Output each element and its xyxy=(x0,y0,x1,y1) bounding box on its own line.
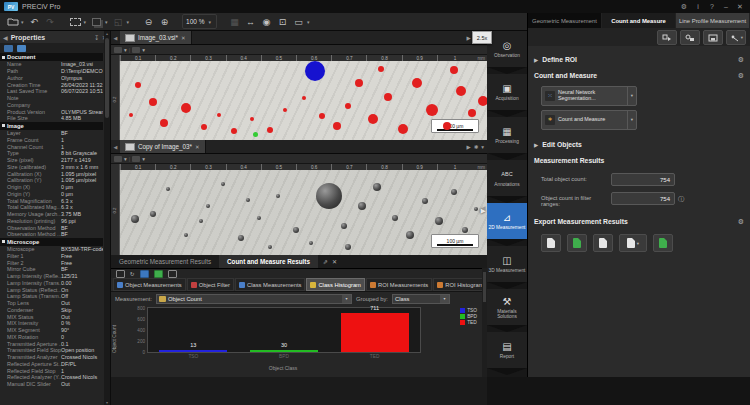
subtab-roi-measurements[interactable]: ROI Measurements xyxy=(366,278,432,291)
expand-icon[interactable]: ▶ xyxy=(534,57,538,63)
dropdown-arrow-icon[interactable]: ▾ xyxy=(342,295,351,303)
open-button[interactable] xyxy=(5,15,20,29)
export-options-button[interactable]: ▾ xyxy=(619,234,647,252)
neural-network-segmentation-button[interactable]: ⁙ Neural Network Segmentation... ▾ xyxy=(541,86,637,106)
minimize-button[interactable]: – xyxy=(719,1,733,12)
export-gear-icon[interactable]: ⚙ xyxy=(738,218,744,226)
property-section-header[interactable]: Document xyxy=(0,53,103,61)
viewer2-tab[interactable]: Copy of Image_03* ✕ xyxy=(120,140,206,153)
overlay-chevron-icon[interactable]: ▾ xyxy=(142,47,145,53)
overlay-icon[interactable] xyxy=(132,156,140,162)
export-table-icon[interactable] xyxy=(140,270,149,278)
subtab-object-measurements[interactable]: Object Measurements xyxy=(113,278,186,291)
subtab-object-filter[interactable]: Object Filter xyxy=(187,278,234,291)
tab-geometric-results[interactable]: Geometric Measurement Results xyxy=(111,255,219,268)
tab-close-icon[interactable]: ✕ xyxy=(195,144,200,150)
property-section-header[interactable]: Image xyxy=(0,122,103,130)
subtab-class-histogram[interactable]: Class Histogram xyxy=(306,278,365,291)
display-settings-button[interactable]: ▭ xyxy=(291,15,306,29)
viewer-next-icon[interactable]: ▶ xyxy=(466,144,470,150)
subtab-roi-histogram[interactable]: ROI Histogram xyxy=(433,278,487,291)
tab-line-profile-measurement[interactable]: Line Profile Measurement xyxy=(676,13,750,28)
count-measure-gear-icon[interactable]: ⚙ xyxy=(738,72,744,80)
actual-size-button[interactable]: ◉ xyxy=(259,15,274,29)
strip-collapse-icon[interactable]: ◀ xyxy=(481,204,486,211)
help-icon[interactable]: ? xyxy=(705,1,719,12)
tab-close-icon[interactable]: ✕ xyxy=(181,35,186,41)
side-tab-report[interactable]: ▤Report xyxy=(487,332,527,368)
tab-geometric-measurement[interactable]: Geometric Measurement xyxy=(528,13,602,28)
layer-chevron-icon[interactable]: ▾ xyxy=(124,47,127,53)
viewer-next-icon[interactable]: ▶ xyxy=(466,35,470,41)
side-tab-meas2d[interactable]: ⊿2D Measurement xyxy=(487,203,527,239)
side-tab-acquisition[interactable]: ▣Acquisition xyxy=(487,74,527,110)
dropdown-arrow-icon[interactable]: ▾ xyxy=(440,295,449,303)
edit-objects-section[interactable]: ▶ Edit Objects xyxy=(534,138,744,151)
select-chevron-icon[interactable]: ▾ xyxy=(84,19,87,25)
viewer-menu-icon[interactable]: ▾ xyxy=(481,144,484,150)
scroll-up-icon[interactable]: ▴ xyxy=(104,31,110,36)
close-button[interactable]: ✕ xyxy=(733,1,747,12)
nn-chevron-icon[interactable]: ▾ xyxy=(627,87,633,105)
copy-results-icon[interactable] xyxy=(168,270,177,278)
expand-icon[interactable]: ▶ xyxy=(534,142,538,148)
refresh-icon[interactable]: ↻ xyxy=(130,271,135,277)
subtab-class-measurements[interactable]: Class Measurements xyxy=(235,278,305,291)
undo-button[interactable]: ↶ xyxy=(27,15,42,29)
export-chevron-icon[interactable]: ▾ xyxy=(637,241,639,246)
side-tab-materials[interactable]: ⚒Materials Solutions xyxy=(487,289,527,325)
zoom-in-button[interactable]: ⊕ xyxy=(157,15,172,29)
cm-chevron-icon[interactable]: ▾ xyxy=(627,111,633,129)
specimen-image-2[interactable]: 100 µm ▶ xyxy=(120,170,487,255)
layer-icon[interactable] xyxy=(114,156,122,162)
select-all-icon[interactable] xyxy=(116,270,125,278)
float-panel-icon[interactable]: ⇗ xyxy=(323,258,328,265)
count-and-measure-button[interactable]: ∗ Count and Measure ▾ xyxy=(541,110,637,130)
fit-width-button[interactable]: ↔ xyxy=(243,15,258,29)
excel-export-icon[interactable] xyxy=(154,270,163,278)
zoom-out-button[interactable]: ⊖ xyxy=(141,15,156,29)
zoom-level-select[interactable]: 100 % ▾ xyxy=(182,14,217,29)
layer-chevron-icon[interactable]: ▾ xyxy=(124,156,127,162)
measurement-select[interactable]: Object Count ▾ xyxy=(156,294,352,304)
transform-chevron-icon[interactable]: ▾ xyxy=(127,19,130,25)
save-settings-button[interactable] xyxy=(703,30,723,45)
options-chevron-icon[interactable]: ▾ xyxy=(741,35,743,40)
open-in-excel-button[interactable] xyxy=(653,234,673,252)
properties-view-icon[interactable] xyxy=(4,45,13,52)
tab-scroll-left-icon[interactable]: ◀ xyxy=(111,31,120,44)
viewer1-tab[interactable]: Image_03.vsi* ✕ xyxy=(120,31,192,44)
layer-icon[interactable] xyxy=(114,47,122,53)
info-icon[interactable]: i xyxy=(691,1,705,12)
info-icon[interactable]: ⓘ xyxy=(678,192,684,204)
export-to-file-button[interactable] xyxy=(541,234,561,252)
transform-tool-button[interactable]: ◱ xyxy=(111,15,126,29)
overlay-chevron-icon[interactable]: ▾ xyxy=(142,156,145,162)
grouped-by-select[interactable]: Class ▾ xyxy=(392,294,450,304)
properties-scrollbar[interactable]: ▴ ▾ xyxy=(104,31,110,405)
specimen-image-1[interactable]: 100 µm xyxy=(120,61,487,140)
auto-options-button[interactable]: ▾ xyxy=(726,30,746,45)
side-tab-annotations[interactable]: ABCAnnotations xyxy=(487,160,527,196)
tab-count-measure-results[interactable]: Count and Measure Results xyxy=(219,255,318,268)
collapse-left-icon[interactable]: ◀ xyxy=(3,34,8,41)
export-to-report-button[interactable] xyxy=(593,234,613,252)
side-tab-observation[interactable]: ◎Observation xyxy=(487,31,527,67)
tab-count-and-measure[interactable]: Count and Measure xyxy=(602,13,676,28)
define-roi-gear-icon[interactable]: ⚙ xyxy=(738,56,744,64)
scrollbar-thumb[interactable] xyxy=(105,38,109,118)
export-to-excel-button[interactable] xyxy=(567,234,587,252)
scroll-down-icon[interactable]: ▾ xyxy=(104,400,110,405)
tab-scroll-left-icon[interactable]: ◀ xyxy=(111,140,120,153)
define-roi-section[interactable]: ▶ Define ROI ⚙ xyxy=(534,53,744,66)
classify-button[interactable] xyxy=(680,30,700,45)
side-tab-meas3d[interactable]: ◫3D Measurement xyxy=(487,246,527,282)
close-results-icon[interactable]: ✕ xyxy=(332,258,337,265)
fit-screen-button[interactable]: ⊡ xyxy=(275,15,290,29)
viewer-tools-icon[interactable]: ✱ xyxy=(474,144,479,150)
share-results-button[interactable] xyxy=(657,30,677,45)
display-chevron-icon[interactable]: ▾ xyxy=(307,19,310,25)
settings-icon[interactable]: ⚙ xyxy=(677,1,691,12)
pin-icon[interactable]: ↧ xyxy=(94,34,99,41)
overlay-icon[interactable] xyxy=(132,47,140,53)
